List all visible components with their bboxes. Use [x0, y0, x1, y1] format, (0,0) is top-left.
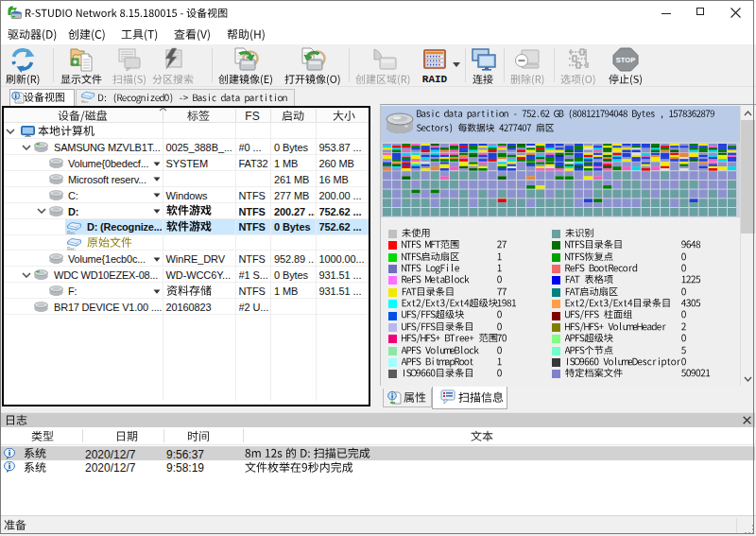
svg-text:Rec.: Rec. [67, 247, 76, 251]
svg-text:STOP: STOP [616, 56, 635, 64]
svg-text:Rec.: Rec. [67, 231, 76, 234]
svg-text:Rec.: Rec. [81, 99, 90, 103]
